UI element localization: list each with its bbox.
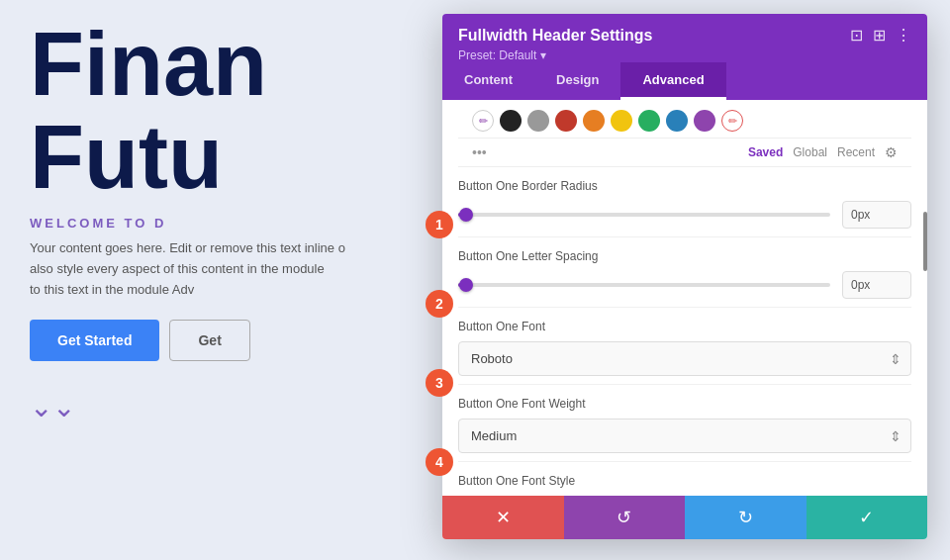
scroll-indicator: ⌄⌄ <box>30 391 75 423</box>
font-weight-select[interactable]: Medium <box>458 419 911 453</box>
setting-border-radius: Button One Border Radius <box>458 167 911 237</box>
swatch-blue[interactable] <box>666 110 688 132</box>
style-option-saved[interactable]: Saved <box>748 145 783 159</box>
tab-content[interactable]: Content <box>442 62 534 100</box>
panel-header-icons: ⊡ ⊞ ⋮ <box>850 26 911 45</box>
fullscreen-icon[interactable]: ⊡ <box>850 26 863 45</box>
redo-button[interactable]: ↻ <box>685 496 807 539</box>
panel-scrollbar[interactable] <box>923 212 927 271</box>
panel-title: Fullwidth Header Settings <box>458 27 652 45</box>
panel-header: Fullwidth Header Settings ⊡ ⊞ ⋮ Preset: … <box>442 14 927 62</box>
letter-spacing-input[interactable] <box>842 271 911 299</box>
letter-spacing-slider-thumb[interactable] <box>459 278 473 292</box>
border-radius-slider-track[interactable] <box>458 213 830 217</box>
swatch-edit[interactable]: ✏ <box>472 110 494 132</box>
font-select-wrapper: Roboto ⇕ <box>458 341 911 376</box>
tab-advanced[interactable]: Advanced <box>620 62 725 100</box>
settings-panel: Fullwidth Header Settings ⊡ ⊞ ⋮ Preset: … <box>442 14 927 539</box>
gear-icon[interactable]: ⚙ <box>885 144 898 160</box>
style-options-row: ••• Saved Global Recent ⚙ <box>458 139 911 167</box>
swatch-gray[interactable] <box>527 110 549 132</box>
font-weight-label: Button One Font Weight <box>458 397 911 411</box>
panel-tabs: Content Design Advanced <box>442 62 927 100</box>
save-button[interactable]: ✓ <box>807 496 928 539</box>
border-radius-input[interactable] <box>842 201 911 229</box>
setting-letter-spacing: Button One Letter Spacing <box>458 237 911 308</box>
border-radius-control <box>458 201 911 229</box>
swatch-orange[interactable] <box>583 110 605 132</box>
bg-subtitle: Welcome to D <box>30 216 166 231</box>
badge-2: 2 <box>426 290 453 318</box>
style-option-recent[interactable]: Recent <box>837 145 875 159</box>
panel-preset[interactable]: Preset: Default <box>458 48 911 62</box>
style-option-global[interactable]: Global <box>793 145 827 159</box>
panel-body: ✏ ✏ ••• Saved Global Recent ⚙ Button One… <box>442 100 927 496</box>
setting-font: Button One Font Roboto ⇕ <box>458 308 911 385</box>
dots-icon[interactable]: ••• <box>472 144 487 160</box>
swatch-yellow[interactable] <box>611 110 632 132</box>
color-swatches-row: ✏ ✏ <box>458 100 911 139</box>
letter-spacing-label: Button One Letter Spacing <box>458 249 911 263</box>
bg-title-line1: Finan <box>30 20 267 109</box>
tab-design[interactable]: Design <box>534 62 620 100</box>
font-label: Button One Font <box>458 320 911 333</box>
panel-title-row: Fullwidth Header Settings ⊡ ⊞ ⋮ <box>458 26 911 45</box>
setting-font-weight: Button One Font Weight Medium ⇕ <box>458 385 911 462</box>
swatch-purple[interactable] <box>694 110 715 132</box>
swatch-green[interactable] <box>638 110 660 132</box>
swatch-black[interactable] <box>500 110 522 132</box>
more-icon[interactable]: ⋮ <box>896 26 911 45</box>
cancel-button[interactable]: ✕ <box>442 496 564 539</box>
font-select[interactable]: Roboto <box>458 341 911 376</box>
letter-spacing-slider-track[interactable] <box>458 283 830 287</box>
letter-spacing-control <box>458 271 911 299</box>
border-radius-label: Button One Border Radius <box>458 179 911 193</box>
badge-1: 1 <box>426 211 453 238</box>
font-style-label: Button One Font Style <box>458 474 911 488</box>
font-weight-select-wrapper: Medium ⇕ <box>458 419 911 453</box>
secondary-button[interactable]: Get <box>169 320 249 361</box>
grid-icon[interactable]: ⊞ <box>873 26 886 45</box>
badge-3: 3 <box>426 369 453 397</box>
setting-font-style-partial: Button One Font Style <box>458 462 911 496</box>
bg-body-text: Your content goes here. Edit or remove t… <box>30 238 345 300</box>
reset-button[interactable]: ↺ <box>564 496 686 539</box>
bg-buttons: Get Started Get <box>30 320 250 361</box>
swatch-pencil-action[interactable]: ✏ <box>721 110 743 132</box>
badge-4: 4 <box>426 448 453 476</box>
panel-footer: ✕ ↺ ↻ ✓ <box>442 496 927 539</box>
swatch-red[interactable] <box>555 110 577 132</box>
border-radius-slider-thumb[interactable] <box>459 208 473 222</box>
bg-title-line2: Futu <box>30 113 223 202</box>
get-started-button[interactable]: Get Started <box>30 320 159 361</box>
